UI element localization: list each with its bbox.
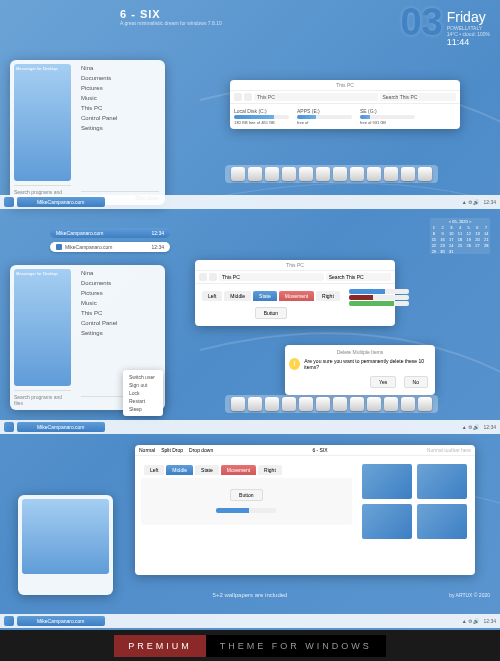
start-item[interactable]: Settings (81, 124, 159, 132)
dock-icon[interactable] (282, 167, 296, 181)
start-menu-tile[interactable]: Messenger for Desktop (14, 269, 71, 386)
taskbar-task[interactable]: MikeCampanaro.com (17, 616, 105, 626)
tab[interactable]: Left (202, 291, 222, 301)
dock-icon[interactable] (350, 167, 364, 181)
start-button[interactable] (4, 422, 14, 432)
start-item[interactable]: Documents (81, 74, 159, 82)
tab[interactable]: Right (316, 291, 340, 301)
tab[interactable]: State (195, 465, 219, 475)
search-box[interactable]: Search This PC (380, 93, 457, 101)
dock-icon[interactable] (333, 397, 347, 411)
drive-item[interactable]: Local Disk (C:) 130 GB free of 465 GB (234, 108, 289, 125)
yes-button[interactable]: Yes (370, 376, 396, 388)
dock-icon[interactable] (282, 397, 296, 411)
dock-icon[interactable] (316, 167, 330, 181)
dock-icon[interactable] (367, 397, 381, 411)
taskbar-task[interactable]: MikeCampanaro.com (17, 422, 105, 432)
nav-forward[interactable] (209, 273, 217, 281)
button[interactable]: Button (230, 489, 262, 501)
dock-icon[interactable] (333, 167, 347, 181)
dock-icon[interactable] (299, 397, 313, 411)
calendar-widget[interactable]: < 05, 2020 > 123456789101112131415161718… (430, 218, 490, 254)
dock-icon[interactable] (350, 397, 364, 411)
start-item[interactable]: This PC (81, 104, 159, 112)
system-tray[interactable]: ▲ ⚙ 🔊12:34 (462, 199, 496, 205)
dock-icon[interactable] (418, 397, 432, 411)
taskbar-task[interactable]: MikeCampanaro.com (17, 197, 105, 207)
tab[interactable]: Middle (224, 291, 251, 301)
confirm-dialog[interactable]: Delete Multiple Items ! Are you sure you… (285, 345, 435, 395)
dock-icon[interactable] (418, 167, 432, 181)
dock-icon[interactable] (299, 167, 313, 181)
start-item[interactable]: Nina (81, 64, 159, 72)
dock-icon[interactable] (231, 397, 245, 411)
start-item[interactable]: Pictures (81, 84, 159, 92)
start-button[interactable] (4, 616, 14, 626)
start-menu[interactable]: Messenger for Desktop Search programs an… (10, 60, 165, 205)
dock-icon[interactable] (401, 167, 415, 181)
dock[interactable] (225, 395, 438, 413)
start-item[interactable]: Settings (81, 329, 159, 337)
tab[interactable]: Middle (166, 465, 193, 475)
explorer-window[interactable]: This PC This PC Search This PC Local Dis… (230, 80, 460, 129)
start-item[interactable]: Pictures (81, 289, 159, 297)
system-tray[interactable]: ▲ ⚙ 🔊12:34 (462, 618, 496, 624)
start-item[interactable]: Control Panel (81, 319, 159, 327)
drive-item[interactable]: SE (G:) free of 931 GB (360, 108, 415, 125)
start-item[interactable]: Documents (81, 279, 159, 287)
start-item[interactable]: Music (81, 299, 159, 307)
menu-item[interactable]: Split Drop (161, 447, 183, 453)
menu-item[interactable]: Drop down (189, 447, 213, 453)
dock-icon[interactable] (248, 167, 262, 181)
tab[interactable]: State (253, 291, 277, 301)
submenu-item[interactable]: Lock (129, 389, 157, 397)
taskbar[interactable]: MikeCampanaro.com ▲ ⚙ 🔊12:34 (0, 420, 500, 434)
menu-item[interactable]: Normal (139, 447, 155, 453)
drive-item[interactable]: APPS (E:) free of (297, 108, 352, 125)
wallpaper-thumb[interactable] (362, 504, 412, 539)
taskbar-pill-white[interactable]: MikeCampanaro.com12:34 (50, 242, 170, 252)
address-bar[interactable]: This PC (254, 93, 378, 101)
submenu-item[interactable]: Switch user (129, 373, 157, 381)
tab[interactable]: Left (144, 465, 164, 475)
taskbar[interactable]: MikeCampanaro.com ▲ ⚙ 🔊12:34 (0, 614, 500, 628)
dock-icon[interactable] (367, 167, 381, 181)
dock-icon[interactable] (248, 397, 262, 411)
nav-forward[interactable] (244, 93, 252, 101)
tab[interactable]: Right (258, 465, 282, 475)
no-button[interactable]: No (404, 376, 428, 388)
submenu-item[interactable]: Restart (129, 397, 157, 405)
dock-icon[interactable] (401, 397, 415, 411)
button[interactable]: Button (255, 307, 287, 319)
nav-back[interactable] (234, 93, 242, 101)
start-item[interactable]: This PC (81, 309, 159, 317)
wallpaper-thumb[interactable] (417, 504, 467, 539)
taskbar-pill-blue[interactable]: MikeCampanaro.com12:34 (50, 228, 170, 238)
tab[interactable]: Movement (279, 291, 314, 301)
submenu-item[interactable]: Sign out (129, 381, 157, 389)
system-tray[interactable]: ▲ ⚙ 🔊12:34 (462, 424, 496, 430)
big-window[interactable]: Normal Split Drop Drop down 6 - SIX Norm… (135, 445, 475, 575)
dock-icon[interactable] (316, 397, 330, 411)
dock-icon[interactable] (231, 167, 245, 181)
tab[interactable]: Movement (221, 465, 256, 475)
dock-icon[interactable] (384, 397, 398, 411)
wallpaper-thumb[interactable] (362, 464, 412, 499)
taskbar[interactable]: MikeCampanaro.com ▲ ⚙ 🔊12:34 (0, 195, 500, 209)
start-search[interactable]: Search programs and files (14, 390, 71, 406)
dock-icon[interactable] (265, 167, 279, 181)
start-button[interactable] (4, 197, 14, 207)
nav-back[interactable] (199, 273, 207, 281)
start-item[interactable]: Music (81, 94, 159, 102)
wallpaper-thumb[interactable] (417, 464, 467, 499)
submenu-item[interactable]: Sleep (129, 405, 157, 413)
dock[interactable] (225, 165, 438, 183)
dock-icon[interactable] (265, 397, 279, 411)
tab-window[interactable]: This PC This PC Search This PC Left Midd… (195, 260, 395, 326)
start-item[interactable]: Control Panel (81, 114, 159, 122)
start-menu-tile[interactable]: Messenger for Desktop (14, 64, 71, 181)
small-panel[interactable] (18, 495, 113, 595)
start-item[interactable]: Nina (81, 269, 159, 277)
dock-icon[interactable] (384, 167, 398, 181)
shutdown-submenu[interactable]: Switch user Sign out Lock Restart Sleep (123, 370, 163, 416)
